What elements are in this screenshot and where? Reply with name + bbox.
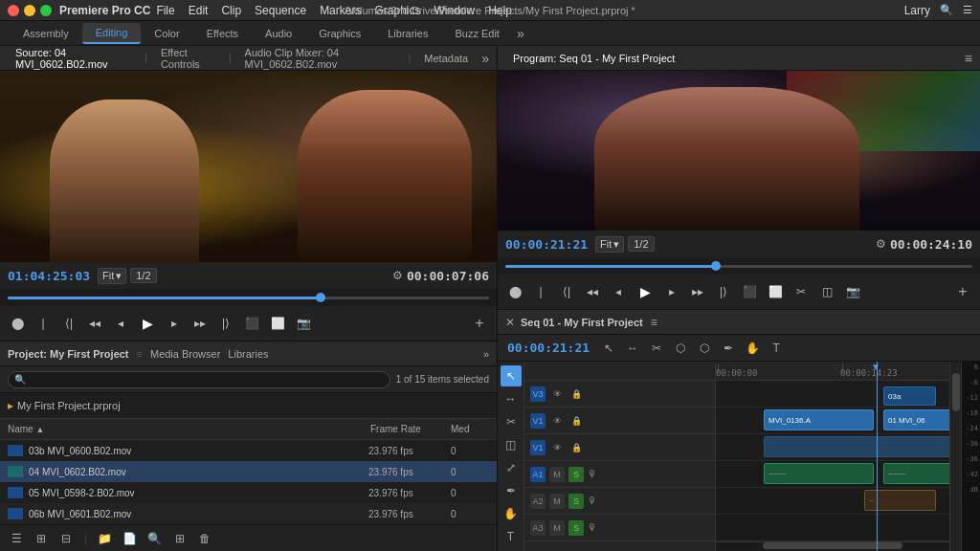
prog-add-btn[interactable]: + <box>951 280 974 303</box>
freeform-view-btn[interactable]: ⊟ <box>56 528 77 549</box>
tab-assembly[interactable]: Assembly <box>10 24 82 43</box>
v1u-lock-btn[interactable]: 🔒 <box>568 413 584 429</box>
a2-m-btn[interactable]: M <box>549 494 565 509</box>
timeline-timecode[interactable]: 00:00:21:21 <box>501 341 595 355</box>
clip-v1-lower[interactable] <box>764 436 949 457</box>
window-controls[interactable] <box>8 5 52 16</box>
source-fit-dropdown[interactable]: Fit ▾ <box>98 268 126 284</box>
a1-mic-icon[interactable]: 🎙 <box>588 469 597 479</box>
tl-type-tool[interactable]: T <box>766 338 787 359</box>
source-next-frame-btn[interactable]: ▸ <box>163 312 186 335</box>
prog-go-in-btn[interactable]: ⟨| <box>555 280 578 303</box>
menu-sequence[interactable]: Sequence <box>255 4 306 17</box>
source-prev-frame-btn[interactable]: ◂ <box>109 312 132 335</box>
prog-trim-btn[interactable]: ✂ <box>790 280 813 303</box>
tab-effects[interactable]: Effects <box>193 24 252 43</box>
program-monitor-more-icon[interactable]: ≡ <box>965 51 972 66</box>
delete-btn[interactable]: 🗑 <box>194 528 215 549</box>
tab-metadata[interactable]: Metadata <box>416 51 476 66</box>
a3-target-btn[interactable]: A3 <box>530 520 546 536</box>
source-step-fwd-btn[interactable]: ▸▸ <box>189 312 212 335</box>
source-mark-out-btn[interactable]: | <box>32 312 55 335</box>
minimize-button[interactable] <box>24 5 35 16</box>
a2-s-btn[interactable]: S <box>568 494 584 509</box>
file-row-3[interactable]: 05 MVI_0598-2.B02.mov 23.976 fps 0 <box>0 482 497 503</box>
prog-mark-in-btn[interactable]: ⬤ <box>503 280 526 303</box>
prog-next-frame-btn[interactable]: ▸ <box>660 280 683 303</box>
tl-ripple-tool[interactable]: ✂ <box>646 338 667 359</box>
tab-graphics[interactable]: Graphics <box>305 24 374 43</box>
a1-target-btn[interactable]: A1 <box>530 467 546 482</box>
col-name-header[interactable]: Name ▲ <box>8 424 367 434</box>
workspace-more-icon[interactable]: » <box>517 26 524 41</box>
prog-go-out-btn[interactable]: |⟩ <box>712 280 735 303</box>
tl-slip-tool[interactable]: ⬡ <box>694 338 715 359</box>
clip-mvi06[interactable]: 01 MVI_06 <box>883 409 949 430</box>
source-title[interactable]: Source: 04 MVI_0602.B02.mov <box>8 45 139 72</box>
file-row-4[interactable]: 06b MVI_0601.B02.mov 23.976 fps 0 <box>0 503 497 524</box>
a3-m-btn[interactable]: M <box>549 520 565 536</box>
v1l-target-btn[interactable]: V1 <box>530 440 546 455</box>
tl-razor-tool[interactable]: ⬡ <box>670 338 691 359</box>
source-add-btn[interactable]: + <box>468 312 491 335</box>
source-go-in-btn[interactable]: ⟨| <box>57 312 80 335</box>
project-folder[interactable]: ▸ My First Project.prproj <box>8 397 489 414</box>
source-mark-in-btn[interactable]: ⬤ <box>6 312 29 335</box>
prog-mark-out-btn[interactable]: | <box>529 280 552 303</box>
search-proj-btn[interactable]: 🔍 <box>145 528 166 549</box>
v3-eye-btn[interactable]: 👁 <box>549 386 565 402</box>
clip-a2[interactable]: ~ <box>864 490 936 511</box>
menu-clip[interactable]: Clip <box>221 4 241 17</box>
timeline-menu-icon[interactable]: ≡ <box>651 316 657 329</box>
source-progress-bar[interactable] <box>0 289 497 306</box>
list-icon-btn[interactable]: ⊞ <box>169 528 190 549</box>
tl-track-select-tool[interactable]: ↔ <box>622 338 643 359</box>
clip-a1-2[interactable]: ~~~~ <box>883 463 949 484</box>
a1-m-btn[interactable]: M <box>549 467 565 482</box>
timeline-close-icon[interactable]: ✕ <box>505 316 515 329</box>
tab-libraries[interactable]: Libraries <box>374 24 441 43</box>
v1u-target-btn[interactable]: V1 <box>530 413 546 429</box>
a2-target-btn[interactable]: A2 <box>530 494 546 509</box>
close-button[interactable] <box>8 5 19 16</box>
tab-buzz-edit[interactable]: Buzz Edit <box>441 24 512 43</box>
tab-media-browser[interactable]: Media Browser <box>150 348 220 360</box>
source-go-out-btn[interactable]: |⟩ <box>214 312 237 335</box>
source-overlay-btn[interactable]: ⬜ <box>266 312 289 335</box>
source-quality-box[interactable]: 1/2 <box>130 268 156 283</box>
tab-color[interactable]: Color <box>141 24 192 43</box>
source-zoom-icon[interactable]: ⚙ <box>392 269 403 282</box>
program-progress-bar[interactable] <box>498 257 980 275</box>
source-monitor-more-icon[interactable]: » <box>481 51 489 66</box>
prog-lift-btn[interactable]: ⬛ <box>738 280 761 303</box>
file-row-2[interactable]: 04 MVI_0602.B02.mov 23.976 fps 0 <box>0 461 497 482</box>
clip-mvi0136[interactable]: MVI_0136.A <box>764 409 874 430</box>
menu-file[interactable]: File <box>156 4 174 17</box>
tl-pen-side-btn[interactable]: ✒ <box>501 480 522 501</box>
list-view-btn[interactable]: ☰ <box>6 528 27 549</box>
col-fps-header[interactable]: Frame Rate <box>370 424 447 434</box>
tl-select-tool[interactable]: ↖ <box>598 338 619 359</box>
prog-play-btn[interactable]: ▶ <box>633 279 657 304</box>
tab-audio[interactable]: Audio <box>252 24 305 43</box>
program-quality-box[interactable]: 1/2 <box>628 236 654 252</box>
track-v1-upper-content[interactable]: MVI_0136.A 01 MVI_06 03a <box>716 408 949 434</box>
v3-sync-btn[interactable]: V3 <box>530 386 546 402</box>
grid-view-btn[interactable]: ⊞ <box>31 528 52 549</box>
tab-libraries[interactable]: Libraries <box>228 348 268 360</box>
a3-s-btn[interactable]: S <box>568 520 584 536</box>
clip-03a[interactable]: 03a <box>883 386 936 406</box>
tl-pen-tool[interactable]: ✒ <box>718 338 739 359</box>
track-a1-content[interactable]: ~~~~ ~~~~ <box>716 461 949 488</box>
project-more-icon[interactable]: » <box>483 348 489 360</box>
a1-s-btn[interactable]: S <box>568 467 584 482</box>
maximize-button[interactable] <box>40 5 52 16</box>
prog-match-btn[interactable]: ◫ <box>815 280 838 303</box>
timeline-tracks[interactable]: 00:00:00 00:00:14:23 00:00:29:23 00:00:4… <box>716 362 949 551</box>
prog-extract-btn[interactable]: ⬜ <box>764 280 787 303</box>
timeline-ruler[interactable]: 00:00:00 00:00:14:23 00:00:29:23 00:00:4… <box>716 362 949 381</box>
tl-rolling-btn[interactable]: ↔ <box>501 388 522 409</box>
v3-lock-btn[interactable]: 🔒 <box>568 386 584 402</box>
source-step-back-btn[interactable]: ◂◂ <box>83 312 106 335</box>
tl-type-side-btn[interactable]: T <box>501 526 522 547</box>
